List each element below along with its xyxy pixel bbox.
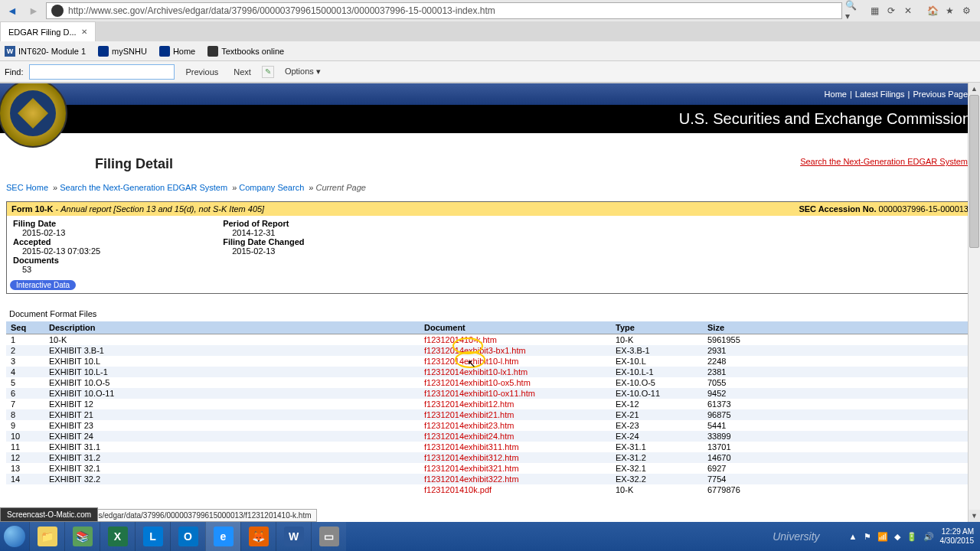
back-button[interactable]: ◄ bbox=[3, 2, 21, 19]
bookmark-icon bbox=[159, 46, 170, 57]
interactive-data-button[interactable]: Interactive Data bbox=[10, 280, 76, 290]
document-link[interactable]: f12312014exhibit3-bx1.htm bbox=[424, 346, 526, 355]
stop-icon[interactable]: ✕ bbox=[902, 5, 914, 17]
cell-description: EXHIBIT 32.2 bbox=[44, 474, 420, 484]
document-link[interactable]: f12312014exhibit23.htm bbox=[424, 421, 514, 430]
document-link[interactable]: f1231201410-k.htm bbox=[424, 335, 497, 344]
tab-edgar[interactable]: EDGAR Filing D... ✕ bbox=[0, 21, 96, 41]
cell-seq: 6 bbox=[6, 388, 44, 399]
favorites-icon[interactable]: ★ bbox=[943, 5, 956, 17]
document-link[interactable]: f12312014exhibit24.htm bbox=[424, 432, 514, 441]
form-header: Form 10-K - Annual report [Section 13 an… bbox=[7, 202, 973, 216]
form-name: Form 10-K bbox=[11, 204, 53, 214]
taskbar: 📁 📚 X L O e 🦊 W ▭ University ▲ ⚑ 📶 ◆ 🔋 🔊… bbox=[0, 522, 980, 551]
document-link[interactable]: f12312014exhibit21.htm bbox=[424, 410, 514, 419]
find-prev-button[interactable]: Previous bbox=[181, 65, 223, 79]
document-link[interactable]: f12312014exhibit12.htm bbox=[424, 399, 514, 409]
cell-size: 61373 bbox=[703, 399, 974, 409]
document-link[interactable]: f12312014exhibit311.htm bbox=[424, 442, 519, 452]
cell-size: 96875 bbox=[703, 409, 974, 420]
tray-volume-icon[interactable]: 🔊 bbox=[923, 532, 934, 542]
banner-link[interactable]: Latest Filings bbox=[855, 90, 905, 99]
search-icon[interactable]: 🔍▾ bbox=[845, 2, 861, 19]
document-link[interactable]: f1231201410k.pdf bbox=[424, 485, 492, 494]
scroll-thumb[interactable] bbox=[969, 95, 979, 248]
accepted-label: Accepted bbox=[13, 237, 100, 246]
table-row: 2 EXHIBIT 3.B-1 f12312014exhibit3-bx1.ht… bbox=[6, 345, 974, 356]
clock-time: 12:29 AM bbox=[940, 527, 975, 536]
forward-button[interactable]: ► bbox=[24, 2, 43, 19]
cell-seq: 1 bbox=[6, 334, 44, 346]
task-word[interactable]: W bbox=[276, 522, 311, 551]
tab-close-icon[interactable]: ✕ bbox=[81, 28, 87, 36]
cell-size: 5441 bbox=[703, 420, 974, 431]
cell-size: 13701 bbox=[703, 442, 974, 452]
cell-size: 7754 bbox=[703, 474, 974, 484]
cell-description: EXHIBIT 3.B-1 bbox=[44, 345, 420, 356]
banner-link[interactable]: Previous Page bbox=[913, 90, 968, 99]
breadcrumb-link[interactable]: Search the Next-Generation EDGAR System bbox=[60, 183, 227, 192]
breadcrumb-link[interactable]: Company Search bbox=[239, 183, 304, 192]
cell-size: 6927 bbox=[703, 463, 974, 474]
accession-label: SEC Accession No. bbox=[799, 204, 876, 214]
cell-size: 7055 bbox=[703, 377, 974, 388]
search-ng-link[interactable]: Search the Next-Generation EDGAR System bbox=[800, 156, 968, 167]
bookmark-label: Textbooks online bbox=[221, 47, 284, 56]
table-row: 9 EXHIBIT 23 f12312014exhibit23.htm EX-2… bbox=[6, 420, 974, 431]
period-label: Period of Report bbox=[223, 219, 304, 228]
vertical-scrollbar[interactable]: ▲ ▼ bbox=[968, 83, 980, 522]
document-link[interactable]: f12312014exhibit322.htm bbox=[424, 474, 519, 484]
scroll-up-button[interactable]: ▲ bbox=[969, 83, 980, 95]
changed-value: 2015-02-13 bbox=[232, 246, 304, 256]
screencast-badge: Screencast-O-Matic.com bbox=[0, 507, 98, 522]
task-snip[interactable]: ▭ bbox=[311, 522, 346, 551]
find-options-button[interactable]: Options ▾ bbox=[280, 64, 325, 79]
find-input[interactable] bbox=[29, 64, 175, 80]
grid-icon[interactable]: ▦ bbox=[868, 5, 880, 17]
document-link[interactable]: f12312014exhibit10-ox5.htm bbox=[424, 378, 531, 387]
highlight-icon[interactable]: ✎ bbox=[262, 66, 274, 78]
tray-flag-icon[interactable]: ⚑ bbox=[864, 532, 871, 542]
table-row: 3 EXHIBIT 10.L f12312014exhibit10-l.htm … bbox=[6, 356, 974, 367]
table-row: f1231201410k.pdf 10-K 6779876 bbox=[6, 484, 974, 495]
cell-type: EX-32.1 bbox=[611, 463, 703, 474]
bookmark-item[interactable]: Home bbox=[159, 46, 195, 57]
document-link[interactable]: f12312014exhibit321.htm bbox=[424, 464, 519, 473]
document-link[interactable]: f12312014exhibit312.htm bbox=[424, 453, 519, 462]
gear-icon[interactable]: ⚙ bbox=[960, 5, 972, 17]
task-libraries[interactable]: 📚 bbox=[64, 522, 100, 551]
doc-section-title: Document Format Files bbox=[6, 303, 974, 321]
address-bar[interactable]: http://www.sec.gov/Archives/edgar/data/3… bbox=[46, 2, 842, 19]
home-icon[interactable]: 🏠 bbox=[926, 5, 939, 17]
bookmark-item[interactable]: Textbooks online bbox=[207, 46, 284, 57]
accepted-value: 2015-02-13 07:03:25 bbox=[22, 246, 100, 256]
task-firefox[interactable]: 🦊 bbox=[240, 522, 276, 551]
banner-link[interactable]: Home bbox=[825, 90, 847, 99]
cell-size: 2931 bbox=[703, 345, 974, 356]
taskbar-clock[interactable]: 12:29 AM 4/30/2015 bbox=[940, 527, 975, 546]
cell-seq: 14 bbox=[6, 474, 44, 484]
bookmark-label: Home bbox=[173, 47, 195, 56]
tray-app-icon[interactable]: ◆ bbox=[894, 532, 900, 542]
bookmark-item[interactable]: WINT620- Module 1 bbox=[5, 46, 86, 57]
document-link[interactable]: f12312014exhibit10-ox11.htm bbox=[424, 389, 535, 398]
page-content: Home | Latest Filings | Previous Page U.… bbox=[0, 83, 980, 520]
scroll-down-button[interactable]: ▼ bbox=[969, 510, 980, 522]
cell-description: EXHIBIT 32.1 bbox=[44, 463, 420, 474]
task-lync[interactable]: L bbox=[135, 522, 170, 551]
tray-battery-icon[interactable]: 🔋 bbox=[906, 532, 917, 542]
task-explorer[interactable]: 📁 bbox=[29, 522, 64, 551]
refresh-icon[interactable]: ⟳ bbox=[885, 5, 897, 17]
task-outlook[interactable]: O bbox=[170, 522, 205, 551]
tray-up-icon[interactable]: ▲ bbox=[849, 532, 858, 541]
banner-title: U.S. Securities and Exchange Commission bbox=[0, 105, 980, 133]
breadcrumb-link[interactable]: SEC Home bbox=[6, 183, 48, 192]
form-description: Annual report [Section 13 and 15(d), not… bbox=[60, 204, 264, 214]
tray-network-icon[interactable]: 📶 bbox=[877, 532, 888, 542]
cell-seq: 3 bbox=[6, 356, 44, 367]
task-excel[interactable]: X bbox=[100, 522, 135, 551]
task-ie[interactable]: e bbox=[205, 522, 240, 551]
start-button[interactable] bbox=[0, 522, 29, 551]
bookmark-item[interactable]: mySNHU bbox=[98, 46, 147, 57]
find-next-button[interactable]: Next bbox=[229, 65, 256, 79]
